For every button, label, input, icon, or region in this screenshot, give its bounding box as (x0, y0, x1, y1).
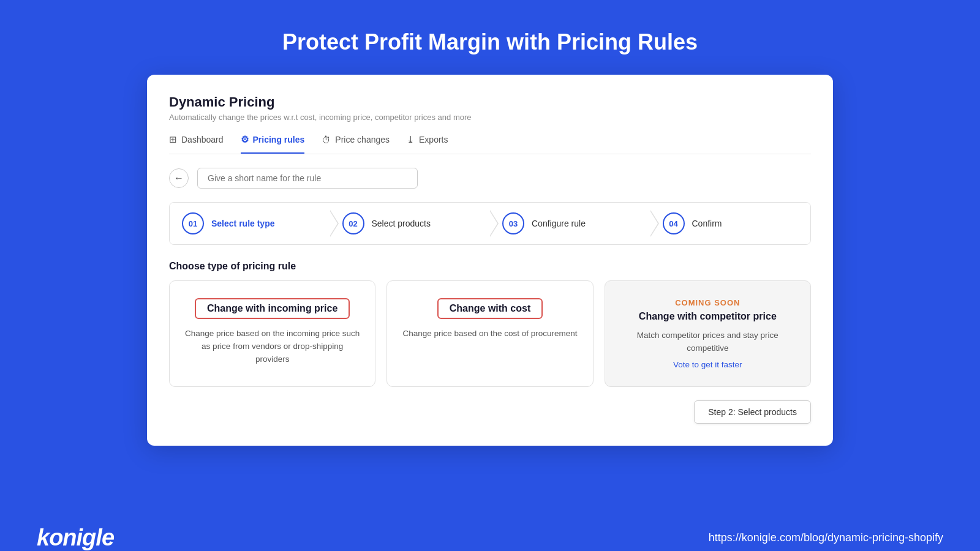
nav-tabs: ⊞ Dashboard ⚙ Pricing rules ⏱ Price chan… (169, 134, 811, 154)
footer-url: https://konigle.com/blog/dynamic-pricing… (709, 531, 943, 544)
card-incoming-price-desc: Change price based on the incoming price… (184, 328, 360, 366)
stepper-step-3: 03 Configure rule (490, 203, 650, 244)
card-competitor-price: COMING SOON Change with competitor price… (605, 280, 811, 387)
tab-exports[interactable]: ⤓ Exports (407, 134, 448, 154)
app-header-subtitle: Automatically change the prices w.r.t co… (169, 113, 811, 122)
card-cost[interactable]: Change with cost Change price based on t… (386, 280, 593, 387)
stepper-step-1: 01 Select rule type (170, 203, 330, 244)
card-cost-desc: Change price based on the cost of procur… (402, 328, 577, 340)
exports-icon: ⤓ (407, 134, 415, 145)
rule-name-input[interactable] (197, 168, 418, 189)
tab-dashboard[interactable]: ⊞ Dashboard (169, 134, 224, 154)
card-competitor-desc: Match competitor prices and stay price c… (620, 329, 796, 355)
tab-pricing-rules[interactable]: ⚙ Pricing rules (241, 134, 305, 154)
next-step-button[interactable]: Step 2: Select products (694, 400, 811, 424)
price-changes-icon: ⏱ (322, 135, 331, 145)
step-circle-1: 01 (182, 212, 204, 234)
choose-rule-label: Choose type of pricing rule (169, 261, 811, 272)
stepper-step-2: 02 Select products (330, 203, 491, 244)
step-label-2: Select products (372, 219, 431, 228)
vote-link[interactable]: Vote to get it faster (673, 360, 742, 369)
bottom-row: Step 2: Select products (169, 400, 811, 424)
step-label-3: Configure rule (532, 219, 586, 228)
pricing-rule-cards: Change with incoming price Change price … (169, 280, 811, 387)
card-competitor-title: Change with competitor price (639, 311, 777, 322)
coming-soon-label: COMING SOON (675, 298, 740, 307)
tab-price-changes[interactable]: ⏱ Price changes (322, 135, 390, 154)
step-label-4: Confirm (692, 219, 722, 228)
step-label-1: Select rule type (211, 219, 275, 228)
app-header-title: Dynamic Pricing (169, 94, 811, 110)
footer: konigle https://konigle.com/blog/dynamic… (0, 508, 980, 551)
step-circle-2: 02 (342, 212, 364, 234)
card-cost-title: Change with cost (437, 298, 543, 319)
dashboard-icon: ⊞ (169, 134, 177, 145)
app-header: Dynamic Pricing Automatically change the… (169, 94, 811, 122)
card-incoming-price[interactable]: Change with incoming price Change price … (169, 280, 375, 387)
step-circle-4: 04 (663, 212, 685, 234)
konigle-logo: konigle (37, 525, 114, 551)
stepper-step-4: 04 Confirm (650, 203, 811, 244)
card-incoming-price-title: Change with incoming price (195, 298, 350, 319)
app-window: Dynamic Pricing Automatically change the… (147, 75, 833, 446)
pricing-rules-icon: ⚙ (241, 134, 249, 145)
rule-name-row: ← (169, 168, 811, 189)
stepper: 01 Select rule type 02 Select products 0… (169, 202, 811, 245)
page-title: Protect Profit Margin with Pricing Rules (282, 29, 698, 55)
step-circle-3: 03 (502, 212, 524, 234)
back-button[interactable]: ← (169, 168, 189, 188)
